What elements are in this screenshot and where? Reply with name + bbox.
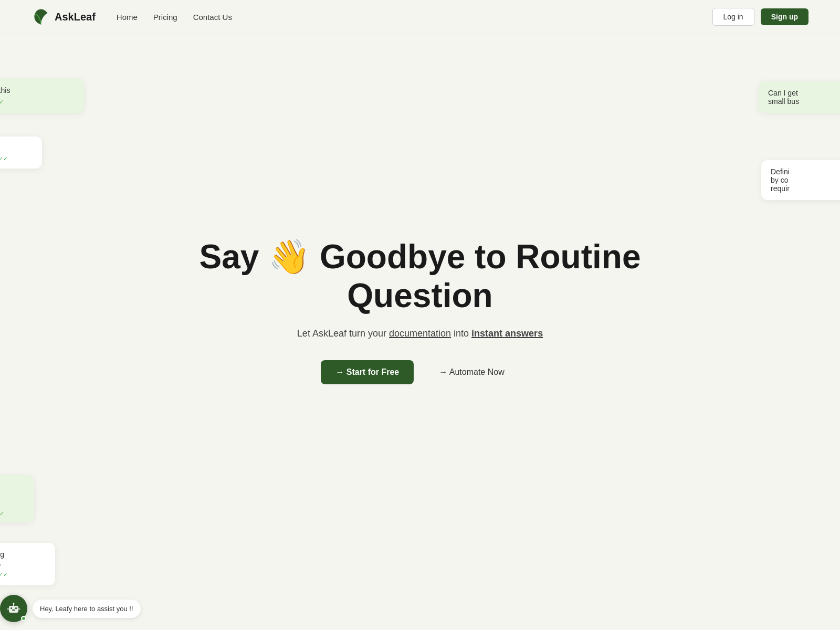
start-free-button[interactable]: → Start for Free (321, 360, 414, 384)
svg-rect-1 (10, 607, 12, 609)
bubble-timestamp: 09:27 ✓✓ (0, 155, 34, 162)
bubble-timestamp: 09:27 ✓✓ (0, 99, 75, 106)
svg-point-5 (13, 603, 15, 605)
nav-pricing[interactable]: Pricing (153, 13, 177, 22)
logo[interactable]: AskLeaf (32, 7, 96, 26)
svg-rect-2 (15, 607, 17, 609)
hero-subtitle: Let AskLeaf turn your documentation into… (200, 328, 641, 339)
bubble-timestamp: 09:27 ✓✓ (0, 510, 27, 517)
online-indicator (21, 616, 26, 621)
chat-widget[interactable]: Hey, Leafy here to assist you !! (0, 595, 141, 622)
bubble-text: ed for this (0, 86, 10, 94)
signup-button[interactable]: Sign up (761, 8, 808, 25)
check-icon: ✓✓ (0, 155, 8, 162)
navbar-right: Log in Sign up (712, 8, 808, 26)
nav-links: Home Pricing Contact Us (117, 13, 232, 22)
leaf-icon (32, 7, 50, 26)
svg-rect-3 (12, 610, 15, 611)
chat-bubble-mid-right: Defini by co requir (761, 160, 840, 200)
bubble-text: adding e key. (0, 550, 4, 567)
chat-bubble-bottom-left-empty: 09:27 ✓✓ (0, 475, 34, 522)
login-button[interactable]: Log in (712, 8, 754, 26)
nav-home[interactable]: Home (117, 13, 138, 22)
hero-title: Say 👋 Goodbye to RoutineQuestion (200, 238, 641, 315)
chat-widget-message: Hey, Leafy here to assist you !! (33, 600, 141, 618)
chat-bubble-mid-left: are :- 09:27 ✓✓ (0, 136, 42, 169)
hero-buttons: → Start for Free → Automate Now (200, 360, 641, 384)
svg-rect-0 (9, 606, 18, 613)
main-area: ed for this 09:27 ✓✓ are :- 09:27 ✓✓ 09:… (0, 34, 840, 630)
hero-section: Say 👋 Goodbye to RoutineQuestion Let Ask… (200, 238, 641, 384)
nav-contact[interactable]: Contact Us (193, 13, 232, 22)
chat-bubble-top-right: Can I get small bus (759, 81, 840, 113)
bubble-text: Can I get small bus (768, 89, 799, 106)
check-icon: ✓✓ (0, 99, 4, 106)
chat-bubble-top-left: ed for this 09:27 ✓✓ (0, 79, 84, 113)
chat-widget-button[interactable] (0, 595, 27, 622)
automate-now-button[interactable]: → Automate Now (424, 360, 519, 384)
navbar-left: AskLeaf Home Pricing Contact Us (32, 7, 232, 26)
bubble-text: Defini by co requir (771, 167, 790, 193)
check-icon: ✓✓ (0, 571, 8, 578)
brand-name: AskLeaf (55, 11, 96, 23)
navbar: AskLeaf Home Pricing Contact Us Log in S… (0, 0, 840, 34)
chat-bubble-bottom-left-text: adding e key. 09:27 ✓✓ (0, 543, 55, 585)
bot-icon (7, 602, 20, 615)
check-icon: ✓✓ (0, 510, 4, 517)
bubble-timestamp: 09:27 ✓✓ (0, 571, 47, 578)
